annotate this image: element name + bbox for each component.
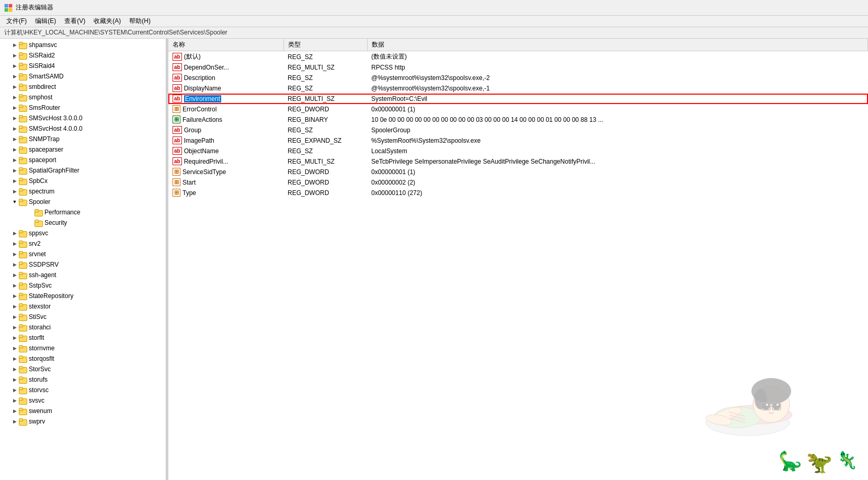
folder-icon-storufs: [19, 375, 27, 384]
menu-help[interactable]: 帮助(H): [125, 16, 155, 27]
svg-point-6: [714, 407, 761, 428]
col-name[interactable]: 名称: [168, 39, 283, 51]
cell-data: @%systemroot%\system32\spoolsv.exe,-2: [367, 73, 868, 83]
tree-item-sppsvc[interactable]: ▶ sppsvc: [0, 228, 166, 238]
table-row[interactable]: abDisplayNameREG_SZ@%systemroot%\system3…: [168, 83, 868, 94]
table-row[interactable]: ab(默认)REG_SZ(数值未设置): [168, 51, 868, 63]
cell-name: abGroup: [168, 125, 283, 135]
table-row[interactable]: abRequiredPrivil...REG_MULTI_SZSeTcbPriv…: [168, 156, 868, 167]
tree-item-spbcx[interactable]: ▶ SpbCx: [0, 176, 166, 186]
tree-item-spaceport[interactable]: ▶ spaceport: [0, 155, 166, 165]
col-data[interactable]: 数据: [367, 39, 868, 51]
menu-edit[interactable]: 编辑(E): [31, 16, 60, 27]
table-row[interactable]: ⊞TypeREG_DWORD0x00000110 (272): [168, 188, 868, 198]
folder-icon-svsvc: [19, 396, 27, 405]
table-row[interactable]: abObjectNameREG_SZLocalSystem: [168, 146, 868, 156]
tree-item-smphost[interactable]: ▶ smphost: [0, 92, 166, 102]
tree-label-smsvch400: SMSvcHost 4.0.0.0: [29, 125, 83, 132]
tree-item-sisraid4[interactable]: ▶ SiSRaid4: [0, 61, 166, 71]
tree-item-smsvch400[interactable]: ▶ SMSvcHost 4.0.0.0: [0, 123, 166, 134]
svg-rect-15: [772, 403, 781, 410]
table-row[interactable]: ⊞StartREG_DWORD0x00000002 (2): [168, 177, 868, 188]
table-row[interactable]: abGroupREG_SZSpoolerGroup: [168, 125, 868, 135]
tree-item-storsvc[interactable]: ▶ StorSvc: [0, 364, 166, 374]
tree-panel[interactable]: ▶ shpamsvc ▶ SiSRaid2 ▶ SiSRaid4 ▶ Smart…: [0, 39, 166, 480]
tree-item-performance[interactable]: ▶ Performance: [0, 207, 166, 218]
table-row[interactable]: abEnvironmentREG_MULTI_SZSystemRoot=C:\E…: [168, 94, 868, 104]
table-row[interactable]: ⊞ErrorControlREG_DWORD0x00000001 (1): [168, 104, 868, 115]
expand-icon-sisraid4: ▶: [10, 62, 19, 70]
expand-icon-srv2: ▶: [10, 239, 19, 248]
expand-icon-spaceport: ▶: [10, 156, 19, 164]
tree-item-sshagent[interactable]: ▶ ssh-agent: [0, 270, 166, 280]
tree-item-spatialgraphfilter[interactable]: ▶ SpatialGraphFilter: [0, 165, 166, 176]
menu-favorites[interactable]: 收藏夹(A): [89, 16, 125, 27]
tree-item-stornvme[interactable]: ▶ stornvme: [0, 343, 166, 353]
tree-item-storahci[interactable]: ▶ storahci: [0, 322, 166, 333]
tree-item-sstpsvc[interactable]: ▶ SstpSvc: [0, 280, 166, 291]
tree-item-spaceparser[interactable]: ▶ spaceparser: [0, 144, 166, 155]
table-row[interactable]: abDependOnSer...REG_MULTI_SZRPCSS http: [168, 62, 868, 73]
tree-item-ssdpsrv[interactable]: ▶ SSDPSRV: [0, 259, 166, 270]
value-name: Start: [182, 179, 196, 186]
tree-item-stexstor[interactable]: ▶ stexstor: [0, 301, 166, 312]
tree-item-snmptrap[interactable]: ▶ SNMPTrap: [0, 134, 166, 144]
dino-icon-3: 🦎: [837, 450, 858, 475]
value-type-icon: ab: [173, 136, 182, 144]
tree-item-security[interactable]: ▶ Security: [0, 218, 166, 228]
tree-item-smsrouter[interactable]: ▶ SmsRouter: [0, 102, 166, 113]
menu-file[interactable]: 文件(F): [2, 16, 31, 27]
svg-rect-14: [762, 403, 770, 410]
svg-line-21: [729, 418, 745, 422]
tree-label-swenum: swenum: [29, 407, 52, 415]
tree-item-smartsamd[interactable]: ▶ SmartSAMD: [0, 71, 166, 82]
table-row[interactable]: abDescriptionREG_SZ@%systemroot%\system3…: [168, 73, 868, 83]
menu-bar: 文件(F) 编辑(E) 查看(V) 收藏夹(A) 帮助(H): [0, 16, 868, 27]
tree-item-svsvc[interactable]: ▶ svsvc: [0, 395, 166, 406]
folder-icon-srv2: [19, 239, 27, 248]
table-row[interactable]: ⊞FailureActionsREG_BINARY10 0e 00 00 00 …: [168, 115, 868, 125]
expand-icon-snmptrap: ▶: [10, 135, 19, 143]
table-row[interactable]: ⊞ServiceSidTypeREG_DWORD0x00000001 (1): [168, 167, 868, 177]
tree-item-smbdirect[interactable]: ▶ smbdirect: [0, 82, 166, 92]
tree-item-srvnet[interactable]: ▶ srvnet: [0, 249, 166, 259]
data-panel[interactable]: 名称 类型 数据 ab(默认)REG_SZ(数值未设置)abDependOnSe…: [168, 39, 868, 480]
dino-icon-2: 🦖: [806, 450, 832, 475]
tree-label-swprv: swprv: [29, 418, 45, 425]
value-name: FailureActions: [182, 116, 222, 123]
tree-item-storvsc[interactable]: ▶ storvsc: [0, 385, 166, 395]
cell-type: REG_SZ: [283, 73, 367, 83]
tree-label-storqosflt: storqosflt: [29, 355, 54, 362]
expand-icon-srvnet: ▶: [10, 250, 19, 258]
tree-item-srv2[interactable]: ▶ srv2: [0, 238, 166, 249]
svg-rect-2: [5, 8, 8, 12]
tree-item-storufs[interactable]: ▶ storufs: [0, 374, 166, 385]
tree-item-spectrum[interactable]: ▶ spectrum: [0, 186, 166, 197]
tree-item-swenum[interactable]: ▶ swenum: [0, 406, 166, 416]
value-name: Type: [182, 189, 196, 197]
cell-type: REG_MULTI_SZ: [283, 156, 367, 167]
cell-type: REG_SZ: [283, 83, 367, 94]
tree-item-sisraid2[interactable]: ▶ SiSRaid2: [0, 50, 166, 61]
tree-label-storflt: storflt: [29, 334, 44, 341]
tree-label-spbcx: SpbCx: [29, 177, 48, 185]
cell-type: REG_DWORD: [283, 188, 367, 198]
tree-item-staterepository[interactable]: ▶ StateRepository: [0, 291, 166, 301]
tree-item-storflt[interactable]: ▶ storflt: [0, 333, 166, 343]
tree-item-swprv[interactable]: ▶ swprv: [0, 416, 166, 427]
col-type[interactable]: 类型: [283, 39, 367, 51]
folder-icon-sshagent: [19, 271, 27, 279]
tree-item-smsvch300[interactable]: ▶ SMSvcHost 3.0.0.0: [0, 113, 166, 123]
folder-icon-stexstor: [19, 302, 27, 311]
tree-label-smsrouter: SmsRouter: [29, 104, 60, 111]
menu-view[interactable]: 查看(V): [60, 16, 89, 27]
tree-item-stisvc[interactable]: ▶ StiSvc: [0, 312, 166, 322]
tree-label-sisraid4: SiSRaid4: [29, 62, 55, 70]
tree-item-shpamsvc[interactable]: ▶ shpamsvc: [0, 40, 166, 50]
tree-label-storufs: storufs: [29, 376, 48, 383]
expand-icon-storufs: ▶: [10, 375, 19, 384]
table-row[interactable]: abImagePathREG_EXPAND_SZ%SystemRoot%\Sys…: [168, 135, 868, 146]
tree-item-spooler[interactable]: ▼ Spooler: [0, 197, 166, 207]
tree-item-storqosflt[interactable]: ▶ storqosflt: [0, 353, 166, 364]
folder-icon-ssdpsrv: [19, 260, 27, 269]
